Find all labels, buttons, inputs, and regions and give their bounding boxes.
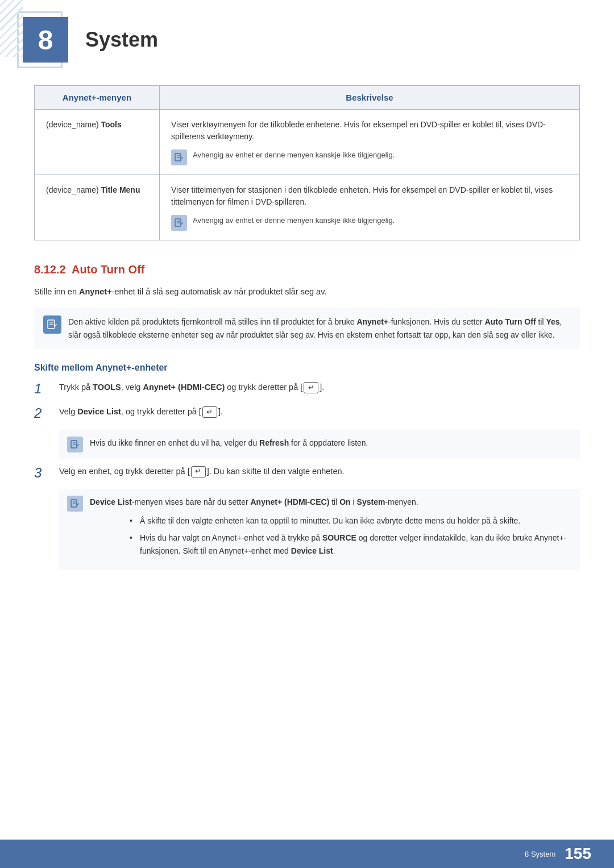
- bullet-1: Å skifte til den valgte enheten kan ta o…: [130, 514, 572, 527]
- table-row: (device_name) Title Menu Viser tittelmen…: [35, 175, 580, 240]
- footer-page-number: 155: [565, 845, 591, 863]
- device-list-ref-3: Device List: [291, 546, 333, 555]
- chapter-number-box: 8: [23, 17, 68, 63]
- bullet-2: Hvis du har valgt en Anynet+-enhet ved å…: [130, 531, 572, 557]
- note-text-1: Avhengig av enhet er denne menyen kanskj…: [193, 149, 395, 161]
- step-content-3: Velg en enhet, og trykk deretter på [↵].…: [59, 465, 580, 478]
- table-cell-menu-2: (device_name) Title Menu: [35, 175, 160, 240]
- table-header-menu: Anynet+-menyen: [35, 86, 160, 110]
- footer-section-label: 8 System: [525, 850, 555, 858]
- table-cell-desc-1: Viser verktøymenyen for de tilkoblede en…: [160, 110, 580, 175]
- auto-turn-off-ref: Auto Turn Off: [485, 317, 536, 326]
- step-note-icon-2: [67, 437, 83, 452]
- tools-ref: TOOLS: [93, 383, 121, 392]
- info-block: Den aktive kilden på produktets fjernkon…: [34, 308, 580, 349]
- step-note-text-3: Device List-menyen vises bare når du set…: [90, 496, 572, 563]
- chapter-title: System: [85, 28, 158, 52]
- section-heading: 8.12.2 Auto Turn Off: [34, 263, 580, 276]
- sub-heading: Skifte mellom Anynet+-enheter: [34, 363, 580, 373]
- enter-key-2: ↵: [202, 406, 217, 418]
- step-note-3: Device List-menyen vises bare når du set…: [59, 489, 580, 570]
- step-note-text-2: Hvis du ikke finner en enhet du vil ha, …: [90, 437, 368, 449]
- desc-text-1: Viser verktøymenyen for de tilkoblede en…: [171, 120, 546, 141]
- table-cell-menu-1: (device_name) Tools: [35, 110, 160, 175]
- menu-item-bold-1: Tools: [101, 120, 122, 129]
- step-1: 1 Trykk på TOOLS, velg Anynet+ (HDMI-CEC…: [34, 381, 580, 397]
- enter-key-3: ↵: [191, 466, 206, 477]
- step-bullet-list: Å skifte til den valgte enheten kan ta o…: [130, 514, 572, 557]
- step-3: 3 Velg en enhet, og trykk deretter på [↵…: [34, 465, 580, 481]
- table-cell-desc-2: Viser tittelmenyen for stasjonen i den t…: [160, 175, 580, 240]
- section-number: 8.12.2: [34, 263, 66, 276]
- note-text-2: Avhengig av enhet er denne menyen kanskj…: [193, 215, 395, 226]
- step-note-2: Hvis du ikke finner en enhet du vil ha, …: [59, 430, 580, 459]
- page-header: 8 System: [0, 0, 614, 74]
- step-note-icon-3: [67, 496, 83, 512]
- step-content-2: Velg Device List, og trykk deretter på […: [59, 405, 580, 418]
- device-list-ref-1: Device List: [77, 407, 121, 416]
- anynet-menu-table: Anynet+-menyen Beskrivelse (device_name)…: [34, 85, 580, 240]
- yes-ref: Yes: [546, 317, 559, 326]
- info-text: Den aktive kilden på produktets fjernkon…: [68, 315, 571, 341]
- menu-item-bold-2: Title Menu: [101, 185, 140, 194]
- page-content: Anynet+-menyen Beskrivelse (device_name)…: [0, 74, 614, 609]
- section-title: Auto Turn Off: [72, 263, 144, 276]
- step-content-1: Trykk på TOOLS, velg Anynet+ (HDMI-CEC) …: [59, 381, 580, 394]
- system-ref: System: [357, 497, 385, 506]
- note-icon-2: [171, 215, 187, 231]
- anynet-hdmi-ref-2: Anynet+ (HDMI-CEC): [250, 497, 329, 506]
- anynet-ref-1: Anynet+: [356, 317, 388, 326]
- note-box-1: Avhengig av enhet er denne menyen kanskj…: [171, 149, 568, 165]
- chapter-number: 8: [38, 24, 53, 56]
- step-num-1: 1: [34, 381, 50, 397]
- table-header-description: Beskrivelse: [160, 86, 580, 110]
- step-2: 2 Velg Device List, og trykk deretter på…: [34, 405, 580, 422]
- device-list-ref-2: Device List: [90, 497, 132, 506]
- page-footer: 8 System 155: [0, 840, 614, 868]
- note-icon-1: [171, 149, 187, 165]
- intro-paragraph: Stille inn en Anynet+-enhet til å slå se…: [34, 285, 580, 298]
- note-box-2: Avhengig av enhet er denne menyen kanskj…: [171, 215, 568, 231]
- step-num-2: 2: [34, 405, 50, 422]
- info-icon: [43, 315, 61, 334]
- anynet-ref-intro: Anynet+: [79, 287, 112, 296]
- source-ref: SOURCE: [322, 533, 356, 542]
- anynet-hdmi-ref: Anynet+ (HDMI-CEC): [143, 383, 225, 392]
- desc-text-2: Viser tittelmenyen for stasjonen i den t…: [171, 185, 553, 206]
- table-row: (device_name) Tools Viser verktøymenyen …: [35, 110, 580, 175]
- step-num-3: 3: [34, 465, 50, 481]
- refresh-ref: Refresh: [259, 438, 289, 447]
- enter-key-1: ↵: [304, 382, 318, 393]
- on-ref: On: [339, 497, 350, 506]
